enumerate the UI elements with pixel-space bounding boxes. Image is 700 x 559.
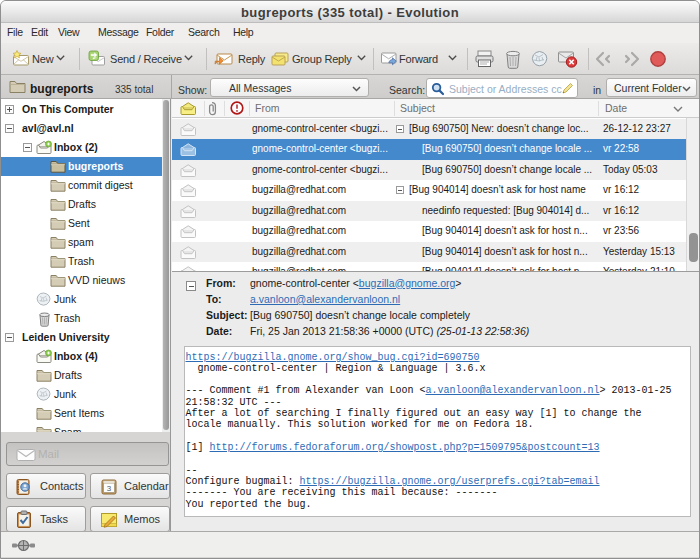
svg-text:3: 3 xyxy=(107,484,112,493)
